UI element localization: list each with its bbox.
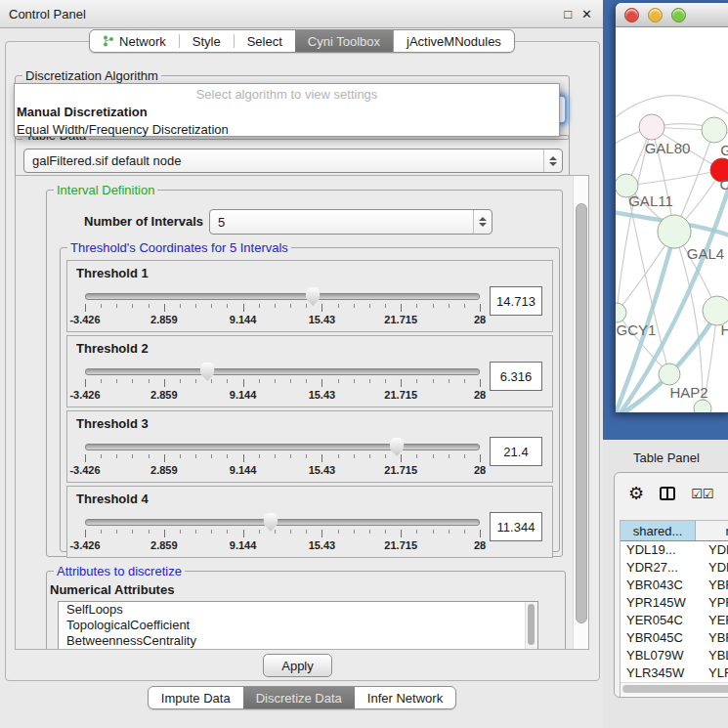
tab-jactivemnodules[interactable]: jActiveMNodules <box>393 30 514 52</box>
tab-cyni-toolbox[interactable]: Cyni Toolbox <box>295 30 393 52</box>
list-item[interactable]: BetweennessCentrality <box>59 633 537 649</box>
slider-ticks <box>85 379 480 388</box>
close-panel-icon[interactable]: ✕ <box>581 7 592 21</box>
table-panel-toolbar: ⚙ ☑☑ <box>615 473 728 514</box>
number-of-intervals-combobox[interactable]: 5 <box>209 209 492 235</box>
node-label: GCY1 <box>617 321 657 338</box>
table-row[interactable]: YER054CYER05 <box>621 612 728 629</box>
threshold-3-value[interactable]: 21.4 <box>490 437 542 466</box>
control-panel-title: Control Panel <box>9 7 86 21</box>
threshold-3-slider[interactable]: -3.4262.8599.14415.4321.71528 <box>85 435 480 478</box>
slider-track <box>85 368 480 375</box>
gal4-node[interactable] <box>658 215 691 248</box>
split-columns-icon[interactable] <box>659 485 676 502</box>
dropdown-option-manual[interactable]: Manual Discretization <box>15 104 559 121</box>
node-label: HAP2 <box>669 384 707 401</box>
threshold-4-label: Threshold 4 <box>67 487 552 506</box>
threshold-4-value[interactable]: 11.344 <box>490 512 542 541</box>
table-panel-title: Table Panel <box>633 450 700 465</box>
tab-discretize-data[interactable]: Discretize Data <box>243 687 355 708</box>
table-row[interactable]: YDR27...YDR27 <box>621 559 728 577</box>
gal80-node[interactable] <box>639 114 664 140</box>
table-row[interactable]: YPR145WYPR14 <box>621 594 728 612</box>
node-label: GA <box>720 142 728 158</box>
slider-track <box>85 293 480 300</box>
node-label: GAL4 <box>687 245 724 262</box>
table-panel-box: ⚙ ☑☑ shared... na YDL19...YDL19YDR27...Y… <box>614 472 728 698</box>
thresholds-group: Threshold's Coordinates for 5 Intervals … <box>60 247 560 552</box>
threshold-3-label: Threshold 3 <box>67 411 552 431</box>
node-label: H <box>721 321 728 338</box>
bottom-node[interactable] <box>694 400 711 412</box>
interval-definition-label: Interval Definition <box>54 183 157 197</box>
threshold-4-slider[interactable]: -3.4262.8599.14415.4321.71528 <box>85 510 480 553</box>
gcy1-node[interactable] <box>616 303 626 322</box>
screen: Control Panel □ ✕ Network Style Select C… <box>0 0 728 728</box>
slider-track <box>85 519 480 526</box>
threshold-2-panel: Threshold 2 -3.4262.8599.14415.4321.7152… <box>66 335 553 407</box>
tab-network[interactable]: Network <box>90 30 179 52</box>
table-row[interactable]: YBR043CYBR04 <box>621 577 728 594</box>
table-row[interactable]: YLR345WYLR34 <box>621 664 728 682</box>
cyni-toolbox-panel: Discretization Algorithm Table Data galF… <box>5 41 600 681</box>
checkbox-icons[interactable]: ☑☑ <box>691 487 713 501</box>
threshold-4-panel: Threshold 4 -3.4262.8599.14415.4321.7152… <box>66 486 553 558</box>
table-data-group: Table Data galFiltered.sif default node <box>15 135 570 178</box>
numerical-attributes-list[interactable]: SelfLoopsTopologicalCoefficientBetweenne… <box>58 601 538 650</box>
table-data-combobox[interactable]: galFiltered.sif default node <box>23 149 563 173</box>
control-panel-titlebar: Control Panel □ ✕ <box>0 0 604 28</box>
list-scrollbar[interactable] <box>525 602 537 650</box>
column-header-name[interactable]: na <box>696 521 728 540</box>
slider-ticks <box>85 304 480 313</box>
number-of-intervals-label: Number of Intervals <box>84 214 203 229</box>
node-label: GAL11 <box>628 193 673 209</box>
thresholds-group-label: Threshold's Coordinates for 5 Intervals <box>67 240 291 255</box>
column-header-shared-name[interactable]: shared... <box>621 521 696 540</box>
threshold-3-panel: Threshold 3 -3.4262.8599.14415.4321.7152… <box>66 410 553 483</box>
interval-definition-group: Interval Definition Number of Intervals … <box>46 190 563 557</box>
slider-track <box>85 444 480 450</box>
numerical-attributes-label: Numerical Attributes <box>50 582 174 597</box>
table-panel-region: Table Panel ⚙ ☑☑ shared... na YDL19...YD… <box>603 440 728 728</box>
dropdown-option-equal-width[interactable]: Equal Width/Frequency Discretization <box>15 121 559 139</box>
top-right-node[interactable] <box>702 117 727 143</box>
cyni-bottom-tabbar: Impute Data Discretize Data Infer Networ… <box>0 686 604 709</box>
slider-tick-labels: -3.4262.8599.14415.4321.71528 <box>85 464 480 477</box>
settings-scroll-area: Interval Definition Number of Intervals … <box>15 175 589 650</box>
close-window-icon[interactable] <box>624 8 639 22</box>
threshold-1-label: Threshold 1 <box>67 261 552 280</box>
table-row[interactable]: YDL19...YDL19 <box>621 541 728 559</box>
gear-icon[interactable]: ⚙ <box>628 485 644 502</box>
node-label: GAL80 <box>645 140 691 156</box>
slider-tick-labels: -3.4262.8599.14415.4321.71528 <box>85 314 480 326</box>
hap2-node[interactable] <box>659 364 680 385</box>
threshold-1-slider[interactable]: -3.4262.8599.14415.4321.71528 <box>85 284 480 327</box>
list-item[interactable]: TopologicalCoefficient <box>59 618 537 633</box>
network-icon <box>103 35 114 47</box>
network-canvas[interactable]: GAL80GACGAL11GAL4GCY1HHAP2 <box>616 27 728 412</box>
minimize-window-icon[interactable] <box>648 8 663 22</box>
table-row[interactable]: YBL079WYBL07 <box>621 647 728 664</box>
float-window-icon[interactable]: □ <box>564 7 572 21</box>
tab-select[interactable]: Select <box>235 30 295 52</box>
dropdown-placeholder: Select algorithm to view settings <box>15 84 559 104</box>
zoom-window-icon[interactable] <box>671 8 686 22</box>
tab-style[interactable]: Style <box>180 30 234 52</box>
list-item[interactable]: SelfLoops <box>59 602 537 618</box>
network-window-titlebar[interactable] <box>616 3 728 27</box>
tab-infer-network[interactable]: Infer Network <box>355 687 455 708</box>
tab-impute-data[interactable]: Impute Data <box>149 687 243 708</box>
control-panel-tabbar: Network Style Select Cyni Toolbox jActiv… <box>0 29 604 53</box>
table-row[interactable]: YBR045CYBR04 <box>621 629 728 647</box>
attributes-group-label: Attributes to discretize <box>54 564 185 578</box>
table-horizontal-scrollbar[interactable] <box>621 682 728 696</box>
combo-spinner-icon <box>473 210 492 234</box>
threshold-2-slider[interactable]: -3.4262.8599.14415.4321.71528 <box>85 360 480 403</box>
node-label: C <box>720 176 728 193</box>
algorithm-dropdown-popup: Select algorithm to view settings Manual… <box>14 83 560 137</box>
node-table[interactable]: shared... na YDL19...YDL19YDR27...YDR27Y… <box>620 520 728 697</box>
threshold-1-value[interactable]: 14.713 <box>490 286 542 316</box>
apply-button[interactable]: Apply <box>263 654 332 677</box>
settings-scrollbar[interactable] <box>573 176 588 649</box>
threshold-2-value[interactable]: 6.316 <box>490 362 542 391</box>
